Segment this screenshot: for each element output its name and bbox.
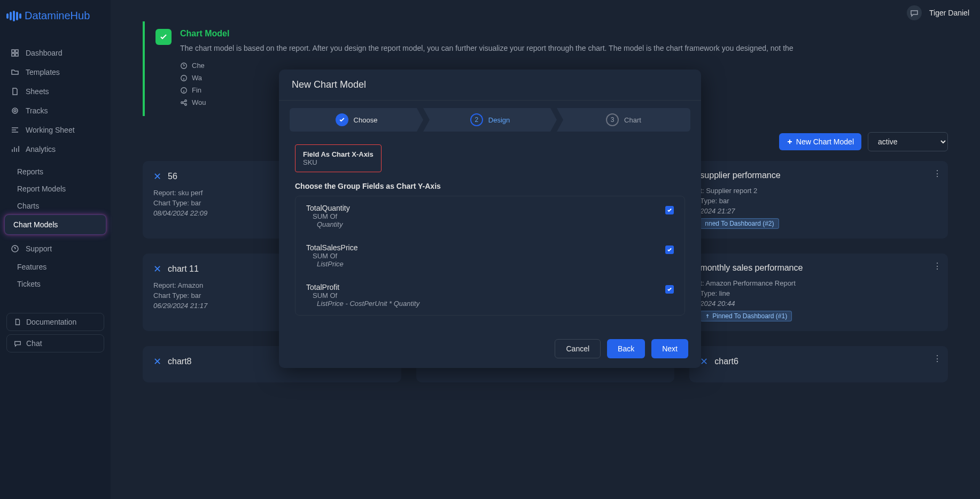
chart-model-card[interactable]: supplier performance t: Supplier report … <box>689 161 948 239</box>
target-icon <box>11 106 19 115</box>
sidebar-item-reports[interactable]: Reports <box>0 163 111 180</box>
chart-icon: ✕ <box>153 356 161 367</box>
help-icon <box>11 244 19 253</box>
sidebar-item-documentation[interactable]: Documentation <box>6 313 104 331</box>
chat-bubble-icon <box>910 9 919 17</box>
sidebar-item-label: Chart Models <box>13 220 58 229</box>
card-type: Type: bar <box>700 196 937 206</box>
field-sum-label: SUM Of <box>306 252 665 260</box>
svg-rect-1 <box>15 50 18 52</box>
intro-text: The chart model is based on the report. … <box>180 43 794 54</box>
help-icon <box>180 62 188 70</box>
card-menu-button[interactable]: ⋮ <box>933 354 942 364</box>
lines-icon <box>11 126 19 134</box>
sidebar-item-chat[interactable]: Chat <box>6 334 104 352</box>
svg-point-12 <box>185 103 187 105</box>
messages-button[interactable] <box>907 5 922 20</box>
card-title: chart6 <box>714 357 738 366</box>
info-icon <box>180 87 188 94</box>
xaxis-label: Field As Chart X-Axis <box>303 150 374 158</box>
card-report: t: Amazon Performance Report <box>700 278 937 288</box>
card-menu-button[interactable]: ⋮ <box>933 261 942 271</box>
chart-model-card[interactable]: monthly sales performance t: Amazon Perf… <box>689 254 948 331</box>
doc-icon <box>13 318 22 326</box>
svg-point-4 <box>12 108 18 113</box>
field-name: TotalProfit <box>306 283 665 291</box>
svg-rect-2 <box>12 53 14 56</box>
sidebar-item-label: Chat <box>26 339 42 348</box>
sidebar-item-features[interactable]: Features <box>0 258 111 275</box>
card-menu-button[interactable]: ⋮ <box>933 168 942 179</box>
sidebar-item-working-sheet[interactable]: Working Sheet <box>0 120 111 140</box>
card-type: Type: line <box>700 288 937 298</box>
card-title: 56 <box>168 172 177 181</box>
xaxis-value: SKU <box>303 158 374 166</box>
pin-icon <box>705 314 710 319</box>
pinned-badge: Pinned To Dashboard (#1) <box>700 311 792 321</box>
check-badge <box>155 29 172 45</box>
chart-model-card[interactable]: ✕ chart6 ⋮ <box>689 346 948 382</box>
sidebar-item-label: Documentation <box>26 318 76 326</box>
sidebar-item-label: Sheets <box>26 87 49 96</box>
sidebar-item-analytics[interactable]: Analytics <box>0 140 111 159</box>
folder-icon <box>11 68 19 76</box>
filter-select[interactable]: active <box>868 132 948 151</box>
sidebar-item-support[interactable]: Support <box>0 239 111 258</box>
step-number: 2 <box>470 113 483 126</box>
sidebar-item-chart-models[interactable]: Chart Models <box>4 214 106 235</box>
step-label: Design <box>488 116 510 124</box>
bars-icon <box>11 145 19 153</box>
sidebar-item-tickets[interactable]: Tickets <box>0 275 111 293</box>
card-report: t: Supplier report 2 <box>700 186 937 196</box>
grid-icon <box>11 49 19 57</box>
xaxis-field-box[interactable]: Field As Chart X-Axis SKU <box>295 144 382 172</box>
svg-point-5 <box>14 110 16 112</box>
card-title: chart8 <box>168 357 191 366</box>
file-icon <box>11 87 19 96</box>
yaxis-fields-container: TotalQuantity SUM Of Quantity TotalSales… <box>295 196 685 316</box>
check-icon <box>667 287 672 292</box>
brand-name: DatamineHub <box>25 10 90 22</box>
chart-icon: ✕ <box>153 263 161 275</box>
step-design[interactable]: 2 Design <box>423 108 557 132</box>
chat-icon <box>13 339 22 348</box>
card-title: chart 11 <box>168 264 199 274</box>
field-checkbox[interactable] <box>665 245 674 254</box>
sidebar-item-label: Working Sheet <box>26 126 75 134</box>
step-chart[interactable]: 3 Chart <box>557 108 690 132</box>
header: Tiger Daniel <box>907 5 969 20</box>
sidebar-item-charts[interactable]: Charts <box>0 197 111 214</box>
sidebar-item-report-models[interactable]: Report Models <box>0 180 111 197</box>
card-date: 2024 20:44 <box>700 298 937 309</box>
card-title: monthly sales performance <box>700 263 803 273</box>
sidebar-item-label: Support <box>26 244 52 253</box>
card-title: supplier performance <box>700 171 780 180</box>
field-checkbox[interactable] <box>665 285 674 294</box>
field-name: TotalSalesPrice <box>306 243 665 252</box>
new-chart-model-button[interactable]: New Chart Model <box>779 133 861 150</box>
sidebar-item-label: Analytics <box>26 145 56 153</box>
sidebar-item-label: Dashboard <box>26 49 63 57</box>
field-sum-label: SUM Of <box>306 291 665 300</box>
check-icon <box>667 247 672 252</box>
brand-logo[interactable]: DatamineHub <box>0 10 111 43</box>
back-button[interactable]: Back <box>607 339 645 358</box>
sidebar: DatamineHub Dashboard Templates Sheets T… <box>0 0 111 499</box>
step-choose[interactable]: Choose <box>290 108 423 132</box>
field-checkbox[interactable] <box>665 206 674 214</box>
sidebar-item-tracks[interactable]: Tracks <box>0 101 111 120</box>
sidebar-item-sheets[interactable]: Sheets <box>0 82 111 101</box>
sidebar-item-dashboard[interactable]: Dashboard <box>0 43 111 63</box>
field-sum-label: SUM Of <box>306 212 665 220</box>
check-icon <box>336 113 348 126</box>
username-label[interactable]: Tiger Daniel <box>929 9 969 17</box>
pinned-badge: nned To Dashboard (#2) <box>700 218 779 229</box>
modal-title: New Chart Model <box>279 70 701 101</box>
stepper: Choose 2 Design 3 Chart <box>279 101 701 139</box>
cancel-button[interactable]: Cancel <box>555 339 601 358</box>
next-button[interactable]: Next <box>651 339 688 358</box>
sidebar-item-templates[interactable]: Templates <box>0 63 111 82</box>
share-icon <box>180 99 188 106</box>
check-icon <box>159 33 168 41</box>
intro-title: Chart Model <box>180 29 794 39</box>
